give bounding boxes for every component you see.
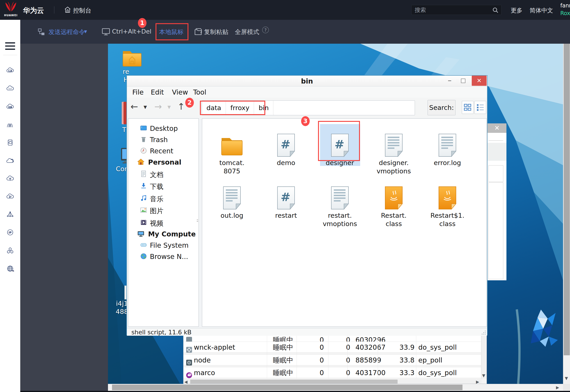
sidebar-item-music[interactable]: 音乐 — [128, 193, 199, 204]
huawei-logo-text: HUAWEI — [4, 14, 18, 17]
search-button[interactable]: Search: — [427, 100, 455, 115]
sidebar-item-browse-network[interactable]: Browse N... — [128, 251, 199, 262]
clock-icon — [140, 147, 147, 154]
sidebar-item-videos[interactable]: 视频 — [128, 218, 199, 228]
viewport-vertical-scrollbar[interactable]: ▼ — [563, 44, 570, 384]
user-account[interactable]: fann Rox — [560, 2, 570, 17]
rail-waves-icon[interactable] — [6, 121, 14, 129]
list-view-button[interactable] — [474, 101, 486, 114]
menu-view[interactable]: View — [172, 88, 188, 96]
scroll-down-icon[interactable]: ▼ — [565, 376, 568, 380]
horizontal-scrollbar-thumb[interactable] — [112, 385, 463, 390]
back-history-caret-icon[interactable]: ▼ — [144, 104, 147, 110]
send-remote-command-button[interactable]: 发送远程命令 — [48, 28, 85, 36]
script-file-icon — [276, 186, 296, 210]
icon-view-button[interactable] — [462, 101, 474, 114]
file-item[interactable]: Restart. class — [371, 178, 416, 228]
scroll-down-icon[interactable]: ▼ — [482, 373, 485, 378]
sidebar-item-recent[interactable]: Recent — [128, 146, 199, 156]
console-link[interactable]: 控制台 — [73, 7, 91, 15]
scroll-right-icon[interactable]: ▶ — [556, 385, 559, 390]
rail-cloud-upload-icon[interactable] — [6, 175, 14, 182]
menu-tool[interactable]: Tool — [193, 88, 206, 96]
rail-cloud-services-icon[interactable] — [6, 85, 14, 93]
brand-title[interactable]: 华为云 — [23, 6, 44, 15]
remote-desktop[interactable]: re H T Cor i4j1 488 睡眠中 0 0 6030296 — [108, 44, 563, 384]
file-label: tomcat. 8075 — [209, 159, 254, 175]
scroll-left-icon[interactable]: ◀ — [184, 379, 188, 384]
rail-ecs-icon[interactable] — [6, 67, 14, 74]
sidebar-item-personal[interactable]: Personal — [128, 157, 199, 168]
sidebar-item-desktop[interactable]: Desktop — [128, 123, 199, 134]
close-button[interactable]: ✕ — [472, 76, 487, 86]
rail-cloud-play-icon[interactable] — [6, 193, 14, 200]
fullscreen-button[interactable]: 全屏模式 — [235, 28, 259, 36]
table-row[interactable]: marco 睡眠中 0 0 4031700 33.3 MiB do_sys_po… — [183, 367, 481, 378]
header-search[interactable] — [411, 5, 501, 15]
table-horizontal-scrollbar[interactable]: ◀ ▶ — [183, 379, 482, 384]
sidebar-item-file-system[interactable]: File System — [128, 240, 199, 251]
sidebar-item-downloads[interactable]: 下载 — [128, 181, 199, 192]
file-label: error.log — [425, 159, 470, 167]
language-link[interactable]: 简体中文 — [530, 7, 553, 14]
table-scrollbar-thumb[interactable] — [190, 380, 398, 384]
file-item[interactable]: error.log — [425, 126, 470, 167]
viewport-horizontal-scrollbar[interactable]: ▶ — [108, 384, 563, 391]
rail-web-icon[interactable]: w — [6, 265, 14, 272]
file-item[interactable]: restart — [263, 178, 308, 220]
copy-paste-button[interactable]: 复制粘贴 — [204, 28, 228, 36]
vertical-scrollbar-thumb[interactable] — [564, 44, 570, 355]
rail-multi-cloud-icon[interactable] — [6, 157, 14, 165]
scroll-right-icon[interactable]: ▶ — [476, 379, 479, 384]
menu-file[interactable]: File — [132, 88, 144, 96]
table-row[interactable]: node 睡眠中 0 0 885899 33.8 MiB ep_poll — [183, 354, 481, 365]
table-vertical-scrollbar[interactable]: ▼ — [481, 330, 487, 379]
up-icon[interactable]: ↑ — [177, 101, 185, 112]
sidebar-item-trash[interactable]: Trash — [128, 134, 199, 145]
grid-view-icon — [462, 101, 473, 114]
sidebar-item-documents[interactable]: 文档 — [128, 169, 199, 180]
file-item[interactable]: designer. vmoptions — [371, 126, 416, 175]
send-command-caret-icon[interactable]: ▼ — [84, 29, 87, 34]
minimize-icon[interactable]: – — [445, 76, 454, 85]
rail-cloud-storage-icon[interactable] — [6, 139, 14, 146]
resize-grip-icon[interactable] — [481, 330, 486, 335]
rail-eip-icon[interactable]: IP — [6, 228, 14, 236]
file-item[interactable]: out.log — [209, 178, 254, 220]
java-class-icon — [384, 186, 404, 210]
rail-cloud-config-icon[interactable] — [6, 103, 14, 111]
file-item[interactable]: demo — [263, 126, 308, 167]
huawei-logo[interactable]: HUAWEI — [4, 1, 18, 19]
sidebar-resize-handle[interactable] — [197, 220, 198, 220]
forward-icon[interactable]: → — [154, 101, 162, 112]
back-icon[interactable]: ← — [131, 101, 138, 112]
sidebar-item-pictures[interactable]: 图片 — [128, 205, 199, 216]
maximize-icon[interactable] — [461, 79, 466, 83]
background-window[interactable]: ✕ — [487, 123, 506, 280]
file-item[interactable]: Restart$1. class — [425, 178, 470, 228]
file-item[interactable]: tomcat. 8075 — [209, 126, 254, 175]
process-name: node — [194, 355, 211, 366]
file-label: Restart. class — [371, 211, 416, 228]
file-item[interactable]: restart. vmoptions — [317, 178, 362, 228]
rail-cluster-icon[interactable] — [6, 247, 14, 254]
sidebar-resize-handle[interactable] — [197, 221, 198, 222]
table-row[interactable]: wnck-applet 睡眠中 0 0 4032067 33.9 MiB do_… — [183, 342, 481, 353]
user-name: fann — [560, 2, 570, 10]
more-link[interactable]: 更多 — [511, 7, 523, 14]
desktop-home-folder-icon[interactable] — [122, 50, 143, 67]
rail-topology-icon[interactable] — [6, 210, 14, 218]
forward-history-caret-icon[interactable]: ▼ — [167, 104, 171, 110]
file-label: restart. vmoptions — [317, 211, 362, 228]
window-titlebar[interactable]: bin – ✕ — [127, 76, 487, 86]
ctrl-alt-del-button[interactable]: Ctrl+Alt+Del — [112, 28, 151, 35]
bin-window[interactable]: bin – ✕ File Edit View Tool ← ▼ → ▼ ↑ da… — [126, 75, 487, 335]
places-sidebar: Desktop Trash Recent Personal 文档 — [128, 118, 199, 327]
sidebar-item-my-computer[interactable]: My Compute — [128, 229, 199, 239]
search-input[interactable] — [415, 5, 489, 15]
search-icon[interactable] — [492, 7, 498, 13]
help-icon[interactable]: ? — [262, 27, 269, 33]
menu-edit[interactable]: Edit — [151, 88, 164, 96]
close-icon[interactable]: ✕ — [494, 124, 499, 132]
process-monitor-window[interactable]: 睡眠中 0 0 6030296 wnck-applet 睡眠中 0 0 4032… — [183, 330, 487, 384]
